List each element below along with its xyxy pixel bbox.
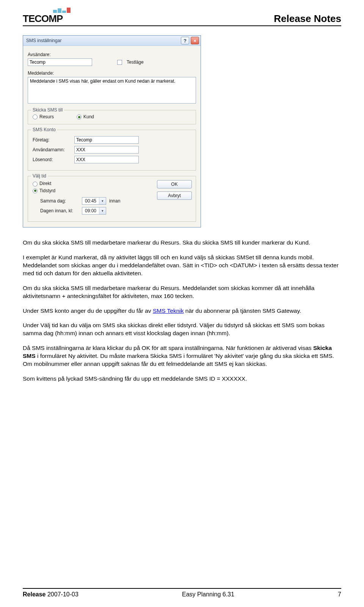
foretag-input[interactable] <box>74 136 139 144</box>
losenord-label: Lösenord: <box>33 157 74 162</box>
losenord-input[interactable] <box>74 156 139 163</box>
valj-tid-legend: Välj tid <box>31 173 48 179</box>
samma-dag-combo[interactable]: 00:45 ▾ <box>82 197 106 205</box>
sms-teknik-link[interactable]: SMS Teknik <box>153 307 184 314</box>
dialog-titlebar: SMS inställningar ? × <box>23 36 201 46</box>
footer-page-number: 7 <box>338 591 341 598</box>
avsandare-input[interactable] <box>28 58 92 66</box>
tidstyrd-label: Tidstyrd <box>39 188 55 193</box>
kund-label: Kund <box>83 114 94 119</box>
dagen-innan-combo[interactable]: 09:00 ▾ <box>82 207 106 215</box>
help-button[interactable]: ? <box>181 37 189 44</box>
sms-settings-dialog: SMS inställningar ? × Avsändare: Testläg… <box>23 35 201 227</box>
testlage-label: Testläge <box>127 60 144 65</box>
paragraph: I exemplet är Kund markerat, då ny aktiv… <box>23 254 341 278</box>
direkt-label: Direkt <box>39 181 51 186</box>
paragraph: Som kvittens på lyckad SMS-sändning får … <box>23 375 341 383</box>
paragraph: Då SMS inställningarna är klara klickar … <box>23 344 341 368</box>
samma-dag-value: 00:45 <box>82 198 99 204</box>
anvandarnamn-label: Användarnamn: <box>33 147 74 152</box>
paragraph: Om du ska skicka SMS till medarbetare ma… <box>23 284 341 300</box>
ok-button[interactable]: OK <box>157 180 192 188</box>
page-footer: Release 2007-10-03 Easy Planning 6.31 7 <box>23 588 341 598</box>
sms-konto-legend: SMS Konto <box>31 127 57 132</box>
dialog-title: SMS inställningar <box>26 38 61 43</box>
skicka-till-legend: Skicka SMS till <box>31 107 64 113</box>
logo-bars-icon <box>53 8 71 13</box>
chevron-down-icon: ▾ <box>99 207 106 214</box>
paragraph: Om du ska skicka SMS till medarbetare ma… <box>23 239 341 247</box>
paragraph: Under SMS konto anger du de uppgifter du… <box>23 307 341 315</box>
anvandarnamn-input[interactable] <box>74 146 139 154</box>
sms-konto-fieldset: SMS Konto Företag: Användarnamn: Lösenor… <box>28 130 196 171</box>
avsandare-label: Avsändare: <box>28 52 196 57</box>
samma-dag-label: Samma dag: <box>40 198 82 204</box>
chevron-down-icon: ▾ <box>99 198 106 204</box>
footer-release: Release 2007-10-03 <box>23 591 78 598</box>
tidstyrd-radio[interactable] <box>33 188 38 193</box>
close-icon: × <box>193 38 196 44</box>
body-text: Om du ska skicka SMS till medarbetare ma… <box>23 239 341 383</box>
logo: TECOMP <box>23 8 71 25</box>
testlage-checkbox[interactable] <box>117 60 122 65</box>
valj-tid-fieldset: Välj tid Direkt Tidstyrd Samma dag: 00:4… <box>28 176 196 222</box>
page-title: Release Notes <box>274 13 341 25</box>
meddelande-label: Meddelande: <box>28 71 196 76</box>
close-button[interactable]: × <box>191 37 199 44</box>
paragraph: Under Välj tid kan du välja om SMS ska s… <box>23 322 341 337</box>
dagen-innan-label: Dagen innan, kl: <box>40 208 82 213</box>
footer-product: Easy Planning 6.31 <box>182 591 234 598</box>
direkt-radio[interactable] <box>33 182 38 187</box>
page-header: TECOMP Release Notes <box>23 8 341 26</box>
logo-text: TECOMP <box>23 13 63 25</box>
skicka-till-fieldset: Skicka SMS till Resurs Kund <box>28 110 196 124</box>
foretag-label: Företag: <box>33 137 74 143</box>
meddelande-textarea[interactable]: Meddelande i SMS visas här, gäller endas… <box>28 77 196 104</box>
avbryt-button[interactable]: Avbryt <box>157 191 192 200</box>
resurs-label: Resurs <box>39 114 54 119</box>
resurs-radio[interactable] <box>33 114 38 119</box>
kund-radio[interactable] <box>77 114 82 119</box>
help-icon: ? <box>184 38 187 44</box>
innan-label: innan <box>109 198 120 204</box>
dagen-innan-value: 09:00 <box>82 208 99 214</box>
